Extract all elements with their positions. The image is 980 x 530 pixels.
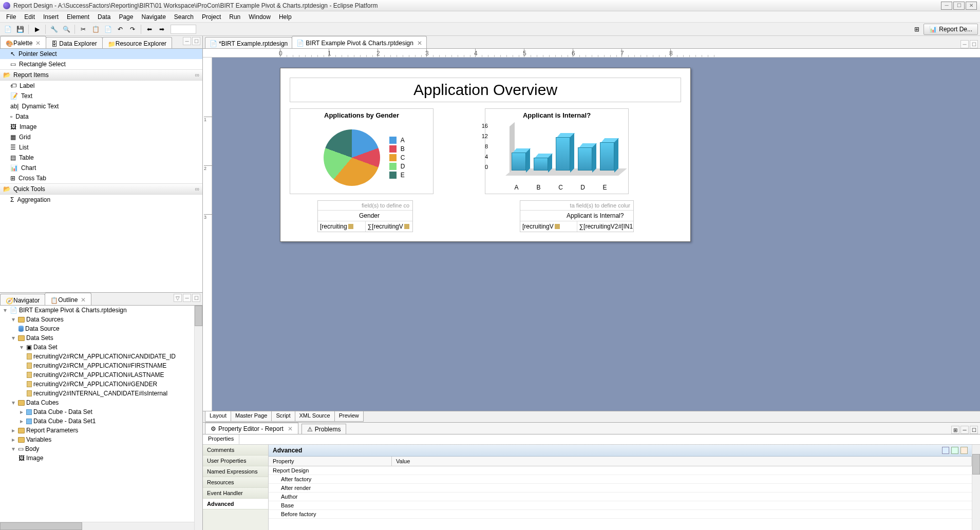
outline-column[interactable]: recruitingV2#RCM_APPLICATION#CANDIDATE_I… (0, 352, 202, 361)
menu-project[interactable]: Project (198, 12, 225, 22)
palette-data[interactable]: ▫Data (0, 111, 202, 122)
editor-tab[interactable]: 📄*BIRT Example.rptdesign (205, 37, 292, 48)
close-icon[interactable]: ✕ (35, 40, 41, 47)
outline-column[interactable]: recruitingV2#RCM_APPLICATION#LASTNAME (0, 370, 202, 380)
tab-resource-explorer[interactable]: 📁Resource Explorer (102, 37, 172, 48)
outline-image-item[interactable]: 🖼Image (0, 453, 202, 463)
crosstab-internal[interactable]: ta field(s) to define colur Applicant is… (520, 200, 634, 232)
palette-text[interactable]: 📝Text (0, 91, 202, 101)
menu-run[interactable]: Run (225, 12, 244, 22)
tab-problems[interactable]: ⚠Problems (301, 424, 347, 434)
crosstab-cell[interactable]: [recruitingV (520, 221, 577, 232)
tab-data-explorer[interactable]: 🗄Data Explorer (46, 37, 102, 48)
property-category-comments[interactable]: Comments (203, 445, 268, 456)
property-row[interactable]: After factory (269, 475, 972, 484)
property-category-advanced[interactable]: Advanced (203, 499, 268, 509)
paste-button[interactable]: 📄 (102, 24, 114, 34)
property-category-user-properties[interactable]: User Properties (203, 456, 268, 466)
run-button[interactable]: ▶ (31, 24, 43, 34)
crosstab-cell[interactable]: [recruiting (318, 221, 366, 232)
minimize-view-button[interactable]: ─ (183, 294, 191, 302)
palette-image[interactable]: 🖼Image (0, 122, 202, 132)
close-icon[interactable]: ✕ (417, 40, 422, 47)
perspective-report-design[interactable]: 📊 Report De... (924, 24, 978, 35)
toggle-local-button[interactable]: ⊞ (951, 426, 959, 434)
palette-header-quick-tools[interactable]: 📂Quick Tools∞ (0, 183, 202, 195)
palette-list[interactable]: ☰List (0, 142, 202, 153)
search-button[interactable]: 🔍 (61, 24, 72, 34)
palette-crosstab[interactable]: ⊞Cross Tab (0, 173, 202, 183)
outline-data-cube-item[interactable]: ▸Data Cube - Data Set1 (0, 417, 202, 426)
outline-report-parameters[interactable]: ▸Report Parameters (0, 426, 202, 435)
redo-button[interactable]: ↷ (127, 24, 138, 34)
menu-element[interactable]: Element (63, 12, 93, 22)
palette-pointer-select[interactable]: ↖Pointer Select (0, 49, 202, 59)
undo-button[interactable]: ↶ (115, 24, 126, 34)
maximize-view-button[interactable]: ☐ (192, 294, 200, 302)
property-row[interactable]: Report Design (269, 466, 972, 475)
forward-button[interactable]: ➡ (156, 24, 167, 34)
copy-button[interactable]: 📋 (90, 24, 101, 34)
property-category-event-handler[interactable]: Event Handler (203, 488, 268, 499)
editor-page-tab-preview[interactable]: Preview (334, 411, 364, 422)
palette-table[interactable]: ▤Table (0, 153, 202, 163)
subtab-properties[interactable]: Properties (203, 434, 239, 444)
editor-tab-active[interactable]: 📄BIRT Example Pivot & Charts.rptdesign✕ (292, 36, 427, 48)
chart-pie-gender[interactable]: Applications by Gender ABCDE (290, 108, 434, 194)
property-category-named-expressions[interactable]: Named Expressions (203, 466, 268, 477)
palette-dynamic-text[interactable]: ab|Dynamic Text (0, 101, 202, 111)
outline-data-set[interactable]: ▾▣Data Set (0, 343, 202, 352)
property-category-resources[interactable]: Resources (203, 477, 268, 488)
outline-column[interactable]: recruitingV2#RCM_APPLICATION#GENDER (0, 380, 202, 389)
tab-outline[interactable]: 📋Outline✕ (45, 293, 91, 305)
chart-bar-internal[interactable]: Applicant is Internal? 1612840 ABCDE (485, 108, 629, 194)
close-icon[interactable]: ✕ (81, 296, 86, 304)
scrollbar-vertical[interactable] (194, 306, 202, 530)
open-perspective-button[interactable]: ⊞ (911, 24, 922, 34)
outline-data-source-item[interactable]: Data Source (0, 324, 202, 333)
outline-data-cube-item[interactable]: ▸Data Cube - Data Set (0, 407, 202, 417)
new-button[interactable]: 📄 (2, 24, 13, 34)
editor-page-tab-script[interactable]: Script (271, 411, 295, 422)
maximize-view-button[interactable]: ☐ (192, 37, 200, 45)
scrollbar-horizontal[interactable] (0, 522, 194, 530)
menu-insert[interactable]: Insert (39, 12, 63, 22)
property-row[interactable]: Base (269, 501, 972, 510)
close-button[interactable]: ✕ (966, 2, 977, 10)
property-row[interactable]: After render (269, 484, 972, 493)
maximize-view-button[interactable]: ☐ (970, 426, 978, 434)
outline-data-cubes[interactable]: ▾Data Cubes (0, 398, 202, 407)
view-menu-button[interactable]: ▽ (174, 294, 182, 302)
outline-root[interactable]: ▾📄BIRT Example Pivot & Charts.rptdesign (0, 306, 202, 315)
cut-button[interactable]: ✂ (78, 24, 89, 34)
minimize-view-button[interactable]: ─ (183, 37, 191, 45)
show-advanced-button[interactable] (951, 447, 958, 454)
menu-edit[interactable]: Edit (20, 12, 39, 22)
outline-body[interactable]: ▾▭Body (0, 444, 202, 453)
report-title[interactable]: Application Overview (290, 78, 681, 102)
crosstab-cell[interactable]: ∑[recruitingV (366, 221, 413, 232)
menu-window[interactable]: Window (244, 12, 275, 22)
outline-data-sets[interactable]: ▾Data Sets (0, 333, 202, 343)
tab-property-editor[interactable]: ⚙Property Editor - Report✕ (205, 423, 298, 434)
minimize-editor-button[interactable]: ─ (960, 40, 969, 48)
outline-column[interactable]: recruitingV2#RCM_APPLICATION#FIRSTNAME (0, 361, 202, 370)
property-row[interactable]: Before factory (269, 510, 972, 519)
minimize-view-button[interactable]: ─ (960, 426, 969, 434)
editor-page-tab-master-page[interactable]: Master Page (231, 411, 272, 422)
tab-navigator[interactable]: 🧭Navigator (0, 294, 45, 305)
palette-label[interactable]: 🏷Label (0, 81, 202, 91)
minimize-button[interactable]: ─ (941, 2, 952, 10)
zoom-select[interactable] (171, 25, 196, 34)
menu-file[interactable]: File (2, 12, 20, 22)
outline-data-sources[interactable]: ▾Data Sources (0, 315, 202, 324)
restore-defaults-button[interactable] (960, 447, 968, 454)
menu-page[interactable]: Page (115, 12, 137, 22)
scrollbar-vertical[interactable] (972, 445, 980, 530)
show-categories-button[interactable] (942, 447, 949, 454)
palette-chart[interactable]: 📊Chart (0, 163, 202, 173)
tab-palette[interactable]: 🎨Palette✕ (0, 36, 46, 48)
menu-help[interactable]: Help (275, 12, 296, 22)
close-icon[interactable]: ✕ (288, 425, 293, 432)
menu-navigate[interactable]: Navigate (137, 12, 169, 22)
